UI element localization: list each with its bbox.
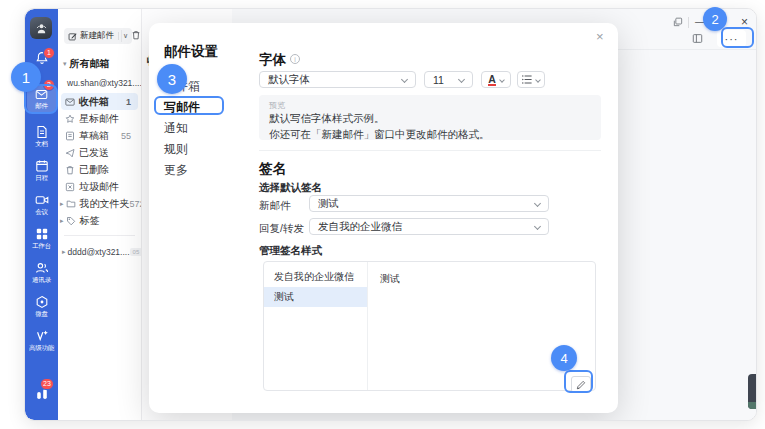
inbox-icon <box>65 97 75 107</box>
sidebar-item-advanced[interactable]: 高级功能 <box>25 344 58 353</box>
spam-icon <box>65 182 75 192</box>
new-mail-signature-select[interactable]: 测试 <box>309 195 549 212</box>
font-color-button[interactable]: A <box>481 71 511 88</box>
signature-list: 发自我的企业微信 测试 <box>264 262 368 390</box>
preview-label: 预览 <box>269 100 591 111</box>
sidebar-item-docs[interactable]: 文档 <box>25 140 58 149</box>
folder-label: 标签 <box>80 214 100 228</box>
compose-icon <box>68 32 77 41</box>
font-heading-label: 字体 <box>259 52 286 67</box>
chevron-down-icon[interactable]: ▾ <box>63 60 67 68</box>
annotation-step-3: 3 <box>157 64 187 94</box>
chevron-right-icon[interactable]: ▸ <box>62 248 66 256</box>
chevron-down-icon[interactable]: ∨ <box>118 32 128 40</box>
folder-drafts[interactable]: 草稿箱 55 <box>58 127 141 144</box>
folder-inbox[interactable]: 收件箱 1 <box>61 93 138 110</box>
compose-label: 新建邮件 <box>80 30 114 42</box>
annotation-step-2: 2 <box>703 7 727 31</box>
tab-more[interactable]: 更多 <box>164 162 188 179</box>
font-size-select[interactable]: 11 <box>424 71 473 88</box>
app-window: 1 邮件 2 文档 日程 <box>24 8 757 421</box>
folder-sent[interactable]: 已发送 <box>58 144 141 161</box>
document-icon[interactable] <box>35 125 49 139</box>
trash-icon <box>131 30 141 40</box>
signature-list-item-selected[interactable]: 测试 <box>264 287 367 307</box>
folder-label: 收件箱 <box>79 95 109 109</box>
draft-icon <box>65 131 75 141</box>
sidebar-item-drive[interactable]: 微盘 <box>25 310 58 319</box>
new-mail-label: 新邮件 <box>259 199 291 213</box>
folder-label: 草稿箱 <box>79 129 109 143</box>
dialog-title: 邮件设置 <box>164 43 218 61</box>
chevron-right-icon[interactable]: ▸ <box>60 200 64 208</box>
signature-list-item[interactable]: 发自我的企业微信 <box>264 267 367 287</box>
divider <box>121 30 122 42</box>
folder-count: 55 <box>121 131 131 141</box>
grid-icon[interactable] <box>35 227 49 241</box>
reply-signature-select[interactable]: 发自我的企业微信 <box>309 218 549 235</box>
reply-signature-value: 发自我的企业微信 <box>318 220 402 234</box>
annotation-box-more <box>721 27 754 48</box>
mail-settings-dialog: × 邮件设置 收件箱 写邮件 通知 规则 更多 字体i 默认字体 11 A <box>149 23 618 413</box>
annotation-step-4: 4 <box>551 345 577 371</box>
list-icon <box>522 75 532 84</box>
account-row-2[interactable]: ▸ dddd@xty321.... 05 <box>58 242 141 262</box>
signature-content: 测试 <box>380 272 400 286</box>
person-icon <box>35 22 48 35</box>
calendar-icon[interactable] <box>35 159 49 173</box>
sidebar-item-contacts[interactable]: 通讯录 <box>25 276 58 285</box>
account-label: wu.shan@xty321.... <box>67 78 141 88</box>
trash-icon <box>65 165 75 175</box>
folder-label: 所有邮箱 <box>70 57 110 71</box>
new-mail-signature-value: 测试 <box>318 197 339 211</box>
sidebar-item-workbench[interactable]: 工作台 <box>25 242 58 251</box>
dialog-close-button[interactable]: × <box>596 29 604 44</box>
folder-starred[interactable]: 星标邮件 <box>58 110 141 127</box>
account-row[interactable]: wu.shan@xty321.... <box>58 73 141 93</box>
chevron-down-icon <box>401 76 408 83</box>
list-format-button[interactable] <box>517 71 545 88</box>
tab-rules[interactable]: 规则 <box>164 141 188 158</box>
folder-label: 已发送 <box>79 146 109 160</box>
folder-label: 星标邮件 <box>79 112 119 126</box>
font-color-label: A <box>488 74 496 86</box>
manage-signatures-heading: 管理签名样式 <box>259 244 322 258</box>
account-label: dddd@xty321.... <box>68 247 130 257</box>
signature-heading: 签名 <box>259 160 286 178</box>
annotation-box-edit <box>564 370 593 393</box>
tab-notifications[interactable]: 通知 <box>164 120 188 137</box>
font-section-heading: 字体i <box>259 51 300 69</box>
folder-spam[interactable]: 垃圾邮件 <box>58 178 141 195</box>
sidebar-item-calendar[interactable]: 日程 <box>25 174 58 183</box>
popout-icon[interactable] <box>673 17 683 27</box>
video-icon[interactable] <box>35 193 49 207</box>
folder-all-mailboxes[interactable]: ▾ 所有邮箱 <box>58 55 141 73</box>
signature-manage-panel: 发自我的企业微信 测试 测试 <box>263 261 596 391</box>
contacts-icon[interactable] <box>35 261 49 275</box>
send-icon <box>65 148 75 158</box>
sidebar-item-meeting[interactable]: 会议 <box>25 208 58 217</box>
folder-my-folders[interactable]: ▸ 我的文件夹 572 <box>58 195 141 212</box>
dock-widget-segment <box>748 402 756 409</box>
folder-icon <box>66 199 76 209</box>
drive-icon[interactable] <box>35 295 49 309</box>
folder-pane: ▾ 所有邮箱 wu.shan@xty321.... 收件箱 1 星标邮件 <box>58 9 141 420</box>
chevron-down-icon <box>499 77 505 83</box>
chevron-down-icon <box>458 76 465 83</box>
chevron-down-icon <box>535 77 541 83</box>
star-icon <box>65 114 75 124</box>
edge-dock-widget[interactable] <box>748 374 756 409</box>
folder-deleted[interactable]: 已删除 <box>58 161 141 178</box>
folder-tags[interactable]: ▸ 标签 <box>58 212 141 229</box>
info-icon[interactable]: i <box>290 54 300 64</box>
font-family-select[interactable]: 默认字体 <box>259 71 416 88</box>
avatar[interactable] <box>30 17 52 39</box>
annotation-box-compose-tab <box>154 96 224 115</box>
chevron-right-icon[interactable]: ▸ <box>60 217 64 225</box>
layout-icon[interactable] <box>692 33 703 44</box>
folder-label: 我的文件夹 <box>80 197 130 211</box>
sparkle-v-icon[interactable] <box>35 329 49 343</box>
reply-forward-label: 回复/转发 <box>259 222 304 236</box>
screenshot-stage: 1 邮件 2 文档 日程 <box>0 0 765 429</box>
chevron-down-icon <box>534 223 541 230</box>
